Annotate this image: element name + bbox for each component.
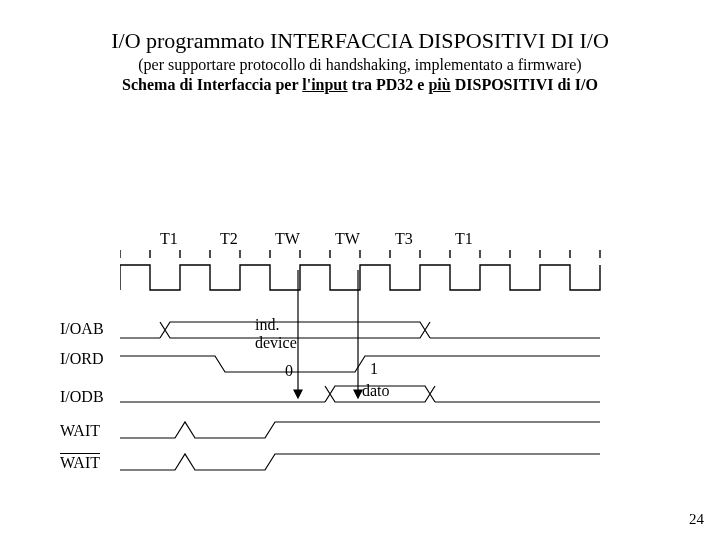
signal-waitbar-wave	[120, 448, 600, 476]
signal-waitbar-label: WAIT	[60, 454, 100, 472]
clk-t1b: T1	[455, 230, 473, 248]
signal-ioab-label: I/OAB	[60, 320, 104, 338]
signal-wait-label: WAIT	[60, 422, 100, 440]
clk-tw1: TW	[275, 230, 300, 248]
sub2-u1: l'input	[302, 76, 347, 93]
subtitle-1: (per supportare protocollo di handshakin…	[0, 56, 720, 74]
clk-t2: T2	[220, 230, 238, 248]
arrow-tw1	[292, 270, 312, 400]
subtitle-2: Schema di Interfaccia per l'input tra PD…	[0, 76, 720, 94]
clk-t3: T3	[395, 230, 413, 248]
svg-marker-22	[294, 390, 302, 398]
sub2-pre: Schema di Interfaccia per	[122, 76, 302, 93]
page-title: I/O programmato INTERFACCIA DISPOSITIVI …	[0, 28, 720, 54]
clock-wave	[120, 250, 680, 310]
sub2-mid: tra PD32 e	[348, 76, 429, 93]
sub2-post: DISPOSITIVI di I/O	[451, 76, 598, 93]
arrow-tw2	[352, 270, 372, 400]
clk-tw2: TW	[335, 230, 360, 248]
clk-t1: T1	[160, 230, 178, 248]
signal-iodb-label: I/ODB	[60, 388, 104, 406]
page-number: 24	[689, 511, 704, 528]
signal-iord-label: I/ORD	[60, 350, 104, 368]
sub2-u2: più	[428, 76, 450, 93]
signal-wait-wave	[120, 416, 600, 444]
svg-marker-24	[354, 390, 362, 398]
